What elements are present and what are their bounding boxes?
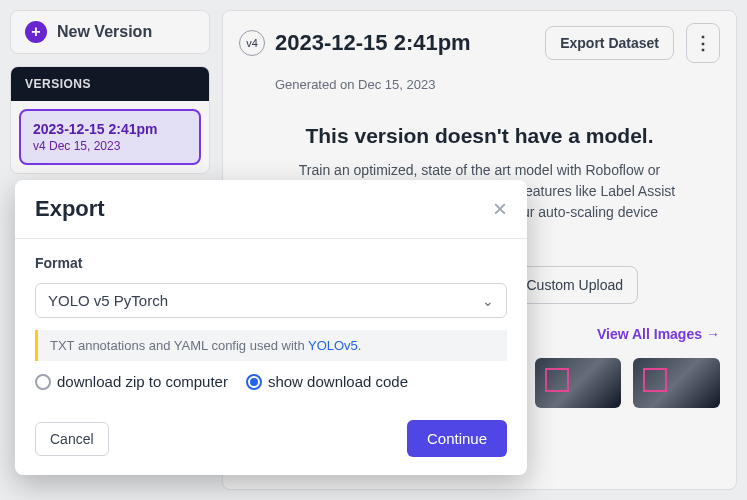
new-version-label: New Version bbox=[57, 23, 152, 41]
yolov5-link[interactable]: YOLOv5 bbox=[308, 338, 358, 353]
radio-show-code[interactable]: show download code bbox=[246, 373, 408, 390]
version-badge: v4 bbox=[239, 30, 265, 56]
versions-panel: VERSIONS 2023-12-15 2:41pm v4 Dec 15, 20… bbox=[10, 66, 210, 174]
format-select[interactable]: YOLO v5 PyTorch ⌄ bbox=[35, 283, 507, 318]
more-menu-button[interactable]: ⋮ bbox=[686, 23, 720, 63]
format-info: TXT annotations and YAML config used wit… bbox=[35, 330, 507, 361]
upload-button[interactable]: Custom Upload bbox=[512, 266, 639, 304]
image-thumb[interactable] bbox=[535, 358, 622, 408]
version-item[interactable]: 2023-12-15 2:41pm v4 Dec 15, 2023 bbox=[19, 109, 201, 165]
radio-download-label: download zip to computer bbox=[57, 373, 228, 390]
radio-code-label: show download code bbox=[268, 373, 408, 390]
view-all-label: View All Images bbox=[597, 326, 702, 342]
close-button[interactable]: × bbox=[493, 197, 507, 221]
close-icon: × bbox=[493, 195, 507, 222]
cancel-button[interactable]: Cancel bbox=[35, 422, 109, 456]
chevron-down-icon: ⌄ bbox=[482, 293, 494, 309]
new-version-button[interactable]: + New Version bbox=[10, 10, 210, 54]
arrow-right-icon: → bbox=[706, 326, 720, 342]
continue-button[interactable]: Continue bbox=[407, 420, 507, 457]
version-subtitle: v4 Dec 15, 2023 bbox=[33, 139, 187, 153]
page-title: 2023-12-15 2:41pm bbox=[275, 30, 471, 56]
radio-download-zip[interactable]: download zip to computer bbox=[35, 373, 228, 390]
format-value: YOLO v5 PyTorch bbox=[48, 292, 168, 309]
image-thumb[interactable] bbox=[633, 358, 720, 408]
modal-title: Export bbox=[35, 196, 105, 222]
versions-header: VERSIONS bbox=[11, 67, 209, 101]
generated-date: Generated on Dec 15, 2023 bbox=[275, 77, 720, 92]
version-title: 2023-12-15 2:41pm bbox=[33, 121, 187, 137]
view-all-images-link[interactable]: View All Images → bbox=[597, 326, 720, 342]
export-dataset-button[interactable]: Export Dataset bbox=[545, 26, 674, 60]
format-label: Format bbox=[35, 255, 507, 271]
export-modal: Export × Format YOLO v5 PyTorch ⌄ TXT an… bbox=[15, 180, 527, 475]
radio-icon bbox=[246, 374, 262, 390]
plus-icon: + bbox=[25, 21, 47, 43]
no-model-heading: This version doesn't have a model. bbox=[279, 124, 680, 148]
more-icon: ⋮ bbox=[694, 32, 712, 54]
info-prefix: TXT annotations and YAML config used wit… bbox=[50, 338, 308, 353]
info-suffix: . bbox=[358, 338, 362, 353]
radio-icon bbox=[35, 374, 51, 390]
